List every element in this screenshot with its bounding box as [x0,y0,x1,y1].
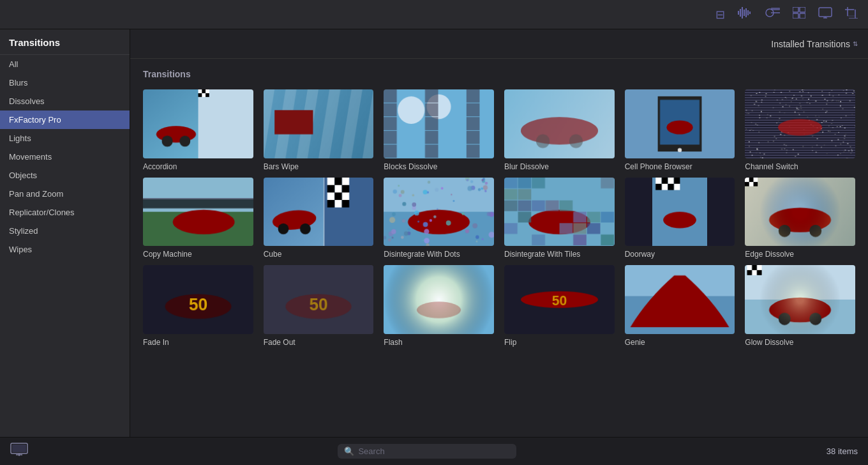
transition-item-fade-out[interactable]: Fade Out [264,265,374,348]
transition-item-disintegrate-with-tiles[interactable]: Disintegrate With Tiles [504,178,615,261]
transition-label-9: Disintegrate With Tiles [504,250,615,260]
transition-thumb-5 [745,89,855,158]
svg-rect-23 [12,445,26,452]
content-panel: Installed Transitions ⇅ Transitions Acco… [130,29,868,437]
transition-label-3: Blur Dissolve [504,162,615,172]
transition-item-channel-switch[interactable]: Channel Switch [745,89,855,172]
main-area: Transitions AllBlursDissolvesFxFactory P… [0,29,868,437]
transition-thumb-3 [504,89,615,158]
sidebar-item-objects[interactable]: Objects [0,166,130,185]
transition-thumb-10 [625,178,735,247]
svg-rect-14 [819,8,832,17]
crop-icon[interactable] [845,7,858,22]
transition-label-5: Channel Switch [745,162,855,172]
transition-item-blur-dissolve[interactable]: Blur Dissolve [504,89,615,172]
transition-item-fade-in[interactable]: Fade In [143,265,253,348]
transition-thumb-11 [745,178,855,247]
grid-area: Transitions AccordionBars WipeBlocks Dis… [130,59,868,437]
transition-thumb-12 [143,265,253,334]
transition-item-accordion[interactable]: Accordion [143,89,253,172]
sidebar-item-all[interactable]: All [0,55,130,73]
sidebar-item-lights[interactable]: Lights [0,129,130,148]
transition-item-copy-machine[interactable]: Copy Machine [143,178,253,261]
svg-rect-2 [742,7,743,19]
section-title: Transitions [143,69,855,79]
svg-rect-21 [848,10,855,16]
svg-rect-5 [747,10,749,15]
sidebar-item-stylized[interactable]: Stylized [0,222,130,240]
sidebar-item-fxfactory-pro[interactable]: FxFactory Pro [0,111,130,129]
sidebar-title: Transitions [0,29,130,55]
svg-rect-8 [771,8,780,10]
transition-label-8: Disintegrate With Dots [384,250,494,260]
transition-thumb-0 [143,89,253,158]
sidebar-item-replicator-clones[interactable]: Replicator/Clones [0,203,130,222]
transition-thumb-13 [264,265,374,334]
transition-item-cube[interactable]: Cube [264,178,374,261]
content-header: Installed Transitions ⇅ [130,29,868,59]
bottom-bar: 🔍 38 items [0,437,868,465]
transition-item-genie[interactable]: Genie [625,265,735,348]
transition-label-11: Edge Dissolve [745,250,855,260]
transition-label-13: Fade Out [264,338,374,348]
items-count: 38 items [827,446,858,456]
transition-thumb-8 [384,178,494,247]
svg-rect-13 [800,13,805,19]
transition-item-edge-dissolve[interactable]: Edge Dissolve [745,178,855,261]
transition-label-0: Accordion [143,162,253,172]
transition-item-bars-wipe[interactable]: Bars Wipe [264,89,374,172]
transition-label-14: Flash [384,338,494,348]
transition-label-16: Genie [625,338,735,348]
search-icon: 🔍 [344,446,354,456]
transition-thumb-4 [625,89,735,158]
search-input[interactable] [358,446,510,456]
svg-rect-4 [745,8,747,17]
svg-rect-11 [800,7,805,12]
monitor-icon[interactable] [818,7,832,22]
toolbar: ⊟ [0,0,868,29]
sidebar-item-movements[interactable]: Movements [0,148,130,166]
svg-rect-1 [740,9,741,17]
transition-item-cell-phone-browser[interactable]: Cell Phone Browser [625,89,735,172]
transition-thumb-9 [504,178,615,247]
transition-item-disintegrate-with-dots[interactable]: Disintegrate With Dots [384,178,494,261]
transition-label-12: Fade In [143,338,253,348]
transitions-grid: AccordionBars WipeBlocks DissolveBlur Di… [143,89,855,348]
sidebar: Transitions AllBlursDissolvesFxFactory P… [0,29,130,437]
svg-rect-3 [744,10,745,16]
transition-item-blocks-dissolve[interactable]: Blocks Dissolve [384,89,494,172]
transition-label-1: Bars Wipe [264,162,374,172]
transition-item-doorway[interactable]: Doorway [625,178,735,261]
transition-thumb-17 [745,265,855,334]
transition-label-4: Cell Phone Browser [625,162,735,172]
sidebar-item-blurs[interactable]: Blurs [0,73,130,92]
transition-thumb-7 [264,178,374,247]
search-box[interactable]: 🔍 [338,444,516,459]
layout-icon[interactable] [793,7,805,22]
svg-rect-12 [793,13,798,19]
transition-thumb-2 [384,89,494,158]
transition-thumb-1 [264,89,374,158]
transition-label-2: Blocks Dissolve [384,162,494,172]
content-header-title: Installed Transitions ⇅ [771,39,858,49]
transition-thumb-15 [504,265,615,334]
audio-waveform-icon[interactable] [738,7,752,22]
transition-thumb-16 [625,265,735,334]
svg-rect-10 [793,7,798,12]
transition-item-glow-dissolve[interactable]: Glow Dissolve [745,265,855,348]
svg-rect-0 [738,11,739,15]
svg-rect-6 [749,11,751,14]
transition-thumb-14 [384,265,494,334]
transition-item-flip[interactable]: Flip [504,265,615,348]
sidebar-item-wipes[interactable]: Wipes [0,240,130,259]
window-icon[interactable] [10,443,28,460]
sidebar-item-dissolves[interactable]: Dissolves [0,92,130,111]
color-correction-icon[interactable] [765,6,780,22]
timeline-icon[interactable]: ⊟ [715,8,725,22]
transition-label-15: Flip [504,338,615,348]
sidebar-item-pan-and-zoom[interactable]: Pan and Zoom [0,185,130,203]
transition-item-flash[interactable]: Flash [384,265,494,348]
transition-label-17: Glow Dissolve [745,338,855,348]
transition-label-6: Copy Machine [143,250,253,260]
transition-label-7: Cube [264,250,374,260]
